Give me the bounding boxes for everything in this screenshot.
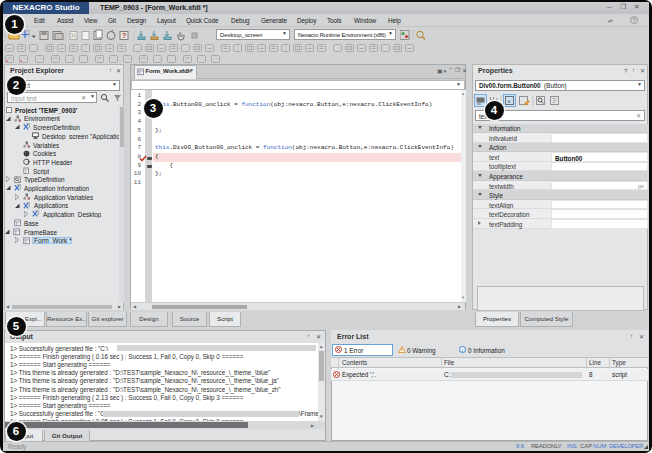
svg-text:?: ? (122, 32, 126, 39)
